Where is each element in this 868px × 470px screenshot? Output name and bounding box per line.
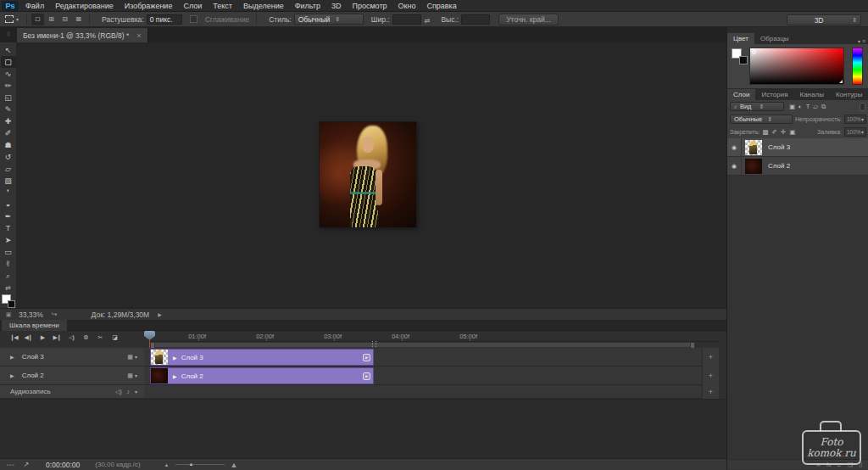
eraser-tool[interactable]: ▱ [1,163,16,175]
layer-style-icon[interactable]: fx [826,462,831,467]
history-brush-tool[interactable]: ↺ [1,151,16,163]
tab-history[interactable]: История [755,89,793,100]
antialias-checkbox[interactable] [190,15,198,23]
move-tool[interactable]: ↖ [1,44,16,56]
transition-button[interactable]: ◪ [109,333,120,343]
link-layers-icon[interactable]: ∞ [816,462,821,467]
add-media-button[interactable]: + [703,366,719,385]
visibility-eye-icon[interactable]: ◉ [727,138,742,156]
add-audio-button[interactable]: + [703,385,719,399]
playback-options-button[interactable]: ⚙ [81,333,91,343]
layer-row[interactable]: ◉ Слой 3 [727,138,868,157]
workspace-select[interactable]: 3D ⇕ [787,14,861,25]
opacity-field[interactable]: 100% ▾ [844,115,866,124]
track-header[interactable]: ▶ Слой 3 ▦ ▾ [0,348,144,366]
refine-edge-button[interactable]: Уточн. край... [498,14,559,25]
video-clip[interactable]: ▶ Слой 3 ▸ [150,349,374,366]
hue-ramp[interactable] [852,48,863,85]
add-media-button[interactable]: + [703,348,719,366]
lock-transparency-icon[interactable]: ▩ [762,128,768,136]
spot-healing-brush-tool[interactable]: ✚ [1,115,16,127]
lock-pixels-icon[interactable]: ✐ [772,128,777,136]
gradient-tool[interactable]: ▧ [1,175,16,187]
width-input[interactable] [392,14,421,25]
play-button[interactable]: ▶ [37,333,47,343]
clip-expand-icon[interactable]: ▶ [173,355,177,361]
filter-adjustment-layers-icon[interactable]: ◐ [798,103,803,111]
menu-item[interactable]: Текст [213,2,232,10]
zoom-in-icon[interactable]: ▲ [231,461,238,469]
audio-track-header[interactable]: Аудиозапись ◁) ♪ ▾ [0,385,144,399]
height-input[interactable] [461,14,490,25]
previous-frame-button[interactable]: ◀❙ [23,333,33,343]
expand-triangle-icon[interactable]: ▶ [10,354,14,360]
timeline-tab[interactable]: Шкала времени [2,320,67,331]
dodge-tool[interactable]: ◒ [1,199,16,210]
crop-tool[interactable]: ◱ [1,92,16,104]
filter-shape-layers-icon[interactable]: ▱ [813,103,818,111]
timeline-zoom-slider[interactable]: ▲ [175,461,225,468]
menu-item[interactable]: Изображение [125,2,173,10]
zoom-level-field[interactable]: 33,33% [19,311,43,319]
tab-color[interactable]: Цвет [727,33,754,44]
layer-filter-select[interactable]: ⌕ Вид ⇕ [730,102,784,111]
new-group-icon[interactable]: ▱ [837,462,841,468]
layer-thumbnail[interactable] [745,140,762,155]
panel-menu-icon[interactable]: ▾ ≡ [858,38,865,44]
new-layer-icon[interactable]: ❏ [848,462,853,468]
brush-tool[interactable]: ✐ [1,127,16,139]
new-selection-button[interactable]: □ [31,14,44,25]
tab-swatches[interactable]: Образцы [754,33,795,44]
rectangle-tool[interactable]: ▭ [1,246,16,258]
track-header[interactable]: ▶ Слой 2 ▦ ▾ [0,366,144,385]
screen-mode-icon[interactable]: ▣ [0,311,17,318]
blur-tool[interactable]: ❜ [1,187,16,199]
convert-to-frame-animation-icon[interactable]: ▫▫▫ [7,462,14,467]
fill-field[interactable]: 100% ▾ [844,127,866,137]
lock-position-icon[interactable]: ✛ [781,128,786,136]
panel-color-swatches[interactable] [732,48,748,64]
work-area-bar[interactable] [150,342,695,348]
status-menu-arrow-icon[interactable]: ▶ [158,311,162,317]
tab-layers[interactable]: Слои [727,89,755,100]
canvas-area[interactable] [17,42,726,308]
menu-item[interactable]: Справка [426,2,456,10]
menu-item[interactable]: 3D [331,2,342,10]
lock-all-icon[interactable]: ▣ [789,128,795,136]
type-tool[interactable]: T [1,222,16,234]
filter-smart-objects-icon[interactable]: ⧉ [821,103,826,111]
clip-properties-badge[interactable]: ▸ [363,372,370,380]
tab-channels[interactable]: Каналы [793,89,829,100]
lasso-tool[interactable]: ∿ [1,68,16,80]
split-at-playhead-button[interactable]: ✂ [95,333,105,343]
background-color-swatch[interactable] [8,300,15,308]
menu-item[interactable]: Выделение [243,2,284,10]
delete-layer-icon[interactable]: ▯ [859,462,862,468]
menu-item[interactable]: Слои [183,2,202,10]
visibility-eye-icon[interactable]: ◉ [727,157,742,175]
subtract-from-selection-button[interactable]: ⊟ [58,14,71,25]
audio-note-icon[interactable]: ♪ [126,389,130,394]
zoom-tool[interactable]: ⌕ [1,270,16,282]
foreground-background-swatches[interactable] [2,294,15,308]
go-to-first-frame-button[interactable]: ❙◀ [8,333,19,343]
slider-thumb[interactable]: ▲ [189,462,194,467]
color-marker[interactable] [752,50,756,54]
clip-expand-icon[interactable]: ▶ [173,373,177,379]
filtering-toggle[interactable] [860,103,865,111]
intersect-selection-button[interactable]: ⊠ [72,14,85,25]
track-options-icon[interactable]: ▦ [127,372,133,379]
clip-properties-badge[interactable]: ▸ [363,354,370,361]
pen-tool[interactable]: ✒ [1,210,16,222]
expand-triangle-icon[interactable]: ▶ [10,372,14,378]
menu-item[interactable]: Редактирование [55,2,114,10]
mute-audio-icon[interactable]: ◁) [115,389,122,395]
filter-type-layers-icon[interactable]: T [806,103,810,111]
menu-item[interactable]: Окно [398,2,416,10]
zoom-out-icon[interactable]: ▲ [164,462,170,467]
layer-thumbnail[interactable] [745,159,762,174]
add-to-selection-button[interactable]: ⊞ [45,14,58,25]
close-icon[interactable]: × [136,31,141,40]
eyedropper-tool[interactable]: ✎ [1,104,16,115]
mute-audio-button[interactable]: ◁) [66,333,76,343]
